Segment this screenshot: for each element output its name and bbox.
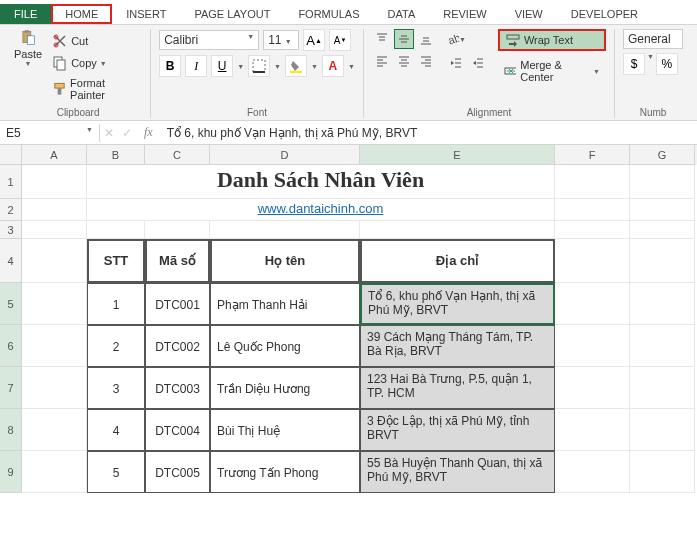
header-hoten[interactable]: Họ tên	[210, 239, 360, 283]
cell-C8[interactable]: DTC004	[145, 409, 210, 451]
cell-B5[interactable]: 1	[87, 283, 145, 325]
cell-title[interactable]: Danh Sách Nhân Viên	[87, 165, 555, 199]
cell-D9[interactable]: Trương Tấn Phong	[210, 451, 360, 493]
cell-C9[interactable]: DTC005	[145, 451, 210, 493]
fx-icon[interactable]: fx	[136, 125, 161, 140]
cell-D7[interactable]: Trần Diệu Hương	[210, 367, 360, 409]
cell-C7[interactable]: DTC003	[145, 367, 210, 409]
cell-B9[interactable]: 5	[87, 451, 145, 493]
cell-D3[interactable]	[210, 221, 360, 239]
cell-G3[interactable]	[630, 221, 695, 239]
fill-color-button[interactable]	[285, 55, 307, 77]
border-button[interactable]	[248, 55, 270, 77]
tab-insert[interactable]: INSERT	[112, 4, 180, 24]
increase-font-button[interactable]: A▲	[303, 29, 325, 51]
cell-C6[interactable]: DTC002	[145, 325, 210, 367]
cut-button[interactable]: Cut	[48, 31, 142, 51]
header-stt[interactable]: STT	[87, 239, 145, 283]
increase-indent-button[interactable]	[468, 53, 488, 73]
cell-A1[interactable]	[22, 165, 87, 199]
align-bottom-button[interactable]	[416, 29, 436, 49]
cell-F2[interactable]	[555, 199, 630, 221]
col-header-G[interactable]: G	[630, 145, 695, 165]
row-header-5[interactable]: 5	[0, 283, 22, 325]
col-header-C[interactable]: C	[145, 145, 210, 165]
number-format-select[interactable]: General	[623, 29, 683, 49]
tab-view[interactable]: VIEW	[501, 4, 557, 24]
row-header-8[interactable]: 8	[0, 409, 22, 451]
header-maso[interactable]: Mã số	[145, 239, 210, 283]
font-color-button[interactable]: A	[322, 55, 344, 77]
tab-developer[interactable]: DEVELOPER	[557, 4, 652, 24]
select-all-corner[interactable]	[0, 145, 22, 165]
row-header-1[interactable]: 1	[0, 165, 22, 199]
tab-home[interactable]: HOME	[51, 4, 112, 24]
tab-file[interactable]: FILE	[0, 4, 51, 24]
formula-bar[interactable]: Tổ 6, khu phố Vạn Hạnh, thị xã Phú Mỹ, B…	[161, 124, 697, 142]
cell-F4[interactable]	[555, 239, 630, 283]
wrap-text-button[interactable]: Wrap Text	[498, 29, 606, 51]
bold-button[interactable]: B	[159, 55, 181, 77]
cell-E8[interactable]: 3 Độc Lập, thị xã Phú Mỹ, tỉnh BRVT	[360, 409, 555, 451]
cell-D8[interactable]: Bùi Thị Huệ	[210, 409, 360, 451]
cell-F8[interactable]	[555, 409, 630, 451]
cell-A2[interactable]	[22, 199, 87, 221]
cell-D5[interactable]: Phạm Thanh Hải	[210, 283, 360, 325]
cell-F9[interactable]	[555, 451, 630, 493]
align-left-button[interactable]	[372, 51, 392, 71]
col-header-B[interactable]: B	[87, 145, 145, 165]
font-size-select[interactable]: 11 ▼	[263, 30, 299, 50]
decrease-font-button[interactable]: A▼	[329, 29, 351, 51]
tab-review[interactable]: REVIEW	[429, 4, 500, 24]
cell-B8[interactable]: 4	[87, 409, 145, 451]
cell-A4[interactable]	[22, 239, 87, 283]
cell-B3[interactable]	[87, 221, 145, 239]
cell-A6[interactable]	[22, 325, 87, 367]
cell-G4[interactable]	[630, 239, 695, 283]
cell-G9[interactable]	[630, 451, 695, 493]
cell-E6[interactable]: 39 Cách Mạng Tháng Tám, TP. Bà Rịa, BRVT	[360, 325, 555, 367]
tab-data[interactable]: DATA	[374, 4, 430, 24]
cell-F6[interactable]	[555, 325, 630, 367]
cell-F3[interactable]	[555, 221, 630, 239]
currency-button[interactable]: $	[623, 53, 645, 75]
align-right-button[interactable]	[416, 51, 436, 71]
cell-A8[interactable]	[22, 409, 87, 451]
align-center-button[interactable]	[394, 51, 414, 71]
cell-E7[interactable]: 123 Hai Bà Trưng, P.5, quận 1, TP. HCM	[360, 367, 555, 409]
row-header-4[interactable]: 4	[0, 239, 22, 283]
cell-G7[interactable]	[630, 367, 695, 409]
paste-button[interactable]: Paste ▼	[14, 29, 42, 67]
tab-formulas[interactable]: FORMULAS	[284, 4, 373, 24]
name-box[interactable]: E5▼	[0, 124, 100, 142]
cell-F7[interactable]	[555, 367, 630, 409]
percent-button[interactable]: %	[656, 53, 678, 75]
merge-center-button[interactable]: Merge & Center▼	[498, 57, 606, 85]
font-name-select[interactable]: Calibri ▼	[159, 30, 259, 50]
cell-link[interactable]: www.dantaichinh.com	[87, 199, 555, 221]
row-header-3[interactable]: 3	[0, 221, 22, 239]
cell-C5[interactable]: DTC001	[145, 283, 210, 325]
cell-F5[interactable]	[555, 283, 630, 325]
copy-button[interactable]: Copy▼	[48, 53, 142, 73]
cell-G2[interactable]	[630, 199, 695, 221]
cell-D6[interactable]: Lê Quốc Phong	[210, 325, 360, 367]
cell-E3[interactable]	[360, 221, 555, 239]
decrease-indent-button[interactable]	[446, 53, 466, 73]
col-header-A[interactable]: A	[22, 145, 87, 165]
header-diachi[interactable]: Địa chỉ	[360, 239, 555, 283]
cell-A9[interactable]	[22, 451, 87, 493]
col-header-F[interactable]: F	[555, 145, 630, 165]
cell-C3[interactable]	[145, 221, 210, 239]
row-header-9[interactable]: 9	[0, 451, 22, 493]
align-top-button[interactable]	[372, 29, 392, 49]
cell-G1[interactable]	[630, 165, 695, 199]
italic-button[interactable]: I	[185, 55, 207, 77]
col-header-D[interactable]: D	[210, 145, 360, 165]
cell-A7[interactable]	[22, 367, 87, 409]
orientation-button[interactable]: ab▼	[446, 29, 466, 49]
cancel-icon[interactable]: ✕	[100, 126, 118, 140]
row-header-7[interactable]: 7	[0, 367, 22, 409]
underline-button[interactable]: U	[211, 55, 233, 77]
cell-B7[interactable]: 3	[87, 367, 145, 409]
